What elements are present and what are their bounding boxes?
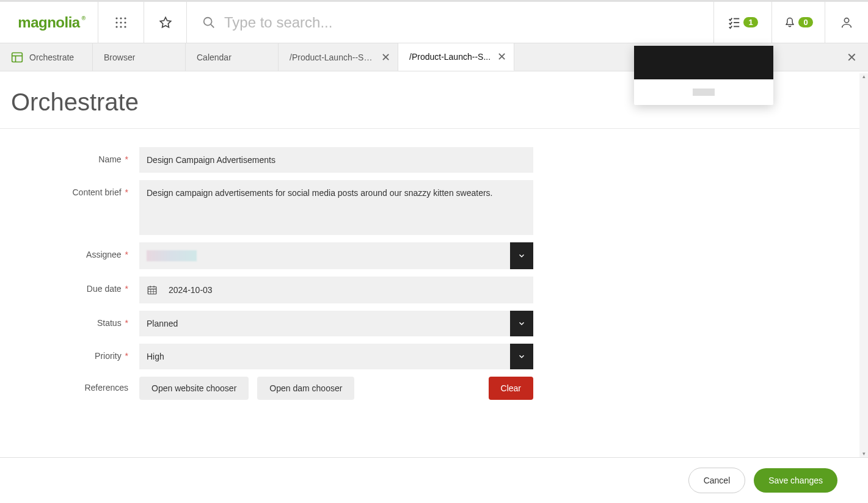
close-all-icon[interactable]: ✕	[847, 50, 857, 65]
tasks-button[interactable]: 1	[714, 2, 772, 43]
row-priority: Priority * High	[0, 344, 868, 369]
label-assignee: Assignee *	[0, 242, 139, 259]
due-date-value: 2024-10-03	[169, 285, 213, 295]
svg-point-3	[115, 21, 117, 23]
search-input[interactable]	[224, 14, 713, 31]
user-menu-button[interactable]	[825, 2, 868, 43]
tab-calendar[interactable]: Calendar	[186, 43, 279, 71]
favorites-button[interactable]	[144, 2, 187, 43]
footer-actions: Cancel Save changes	[0, 457, 868, 503]
label-due-date: Due date *	[0, 277, 139, 294]
chevron-down-icon	[517, 352, 526, 361]
star-icon	[159, 16, 172, 29]
priority-value: High	[147, 352, 164, 361]
label-name: Name *	[0, 147, 139, 164]
assignee-chip	[147, 250, 197, 261]
label-status: Status *	[0, 311, 139, 328]
svg-point-8	[124, 26, 126, 27]
scroll-up-icon: ▴	[859, 73, 868, 80]
svg-point-1	[120, 17, 122, 19]
svg-point-0	[115, 17, 117, 19]
close-icon[interactable]: ✕	[497, 50, 506, 63]
svg-point-2	[124, 17, 126, 19]
tab-label: /Product-Launch--S...	[409, 52, 491, 62]
close-icon[interactable]: ✕	[381, 51, 390, 64]
svg-point-4	[120, 21, 122, 23]
status-value: Planned	[147, 319, 178, 328]
priority-dropdown-button[interactable]	[510, 344, 533, 369]
popup-body	[634, 79, 773, 105]
chevron-down-icon	[517, 319, 526, 328]
assignee-dropdown-button[interactable]	[510, 242, 533, 269]
notification-popup[interactable]	[634, 46, 773, 105]
main-content: Orchestrate Name * Content brief * Desig…	[0, 71, 868, 457]
clear-button[interactable]: Clear	[489, 377, 533, 400]
scroll-down-icon: ▾	[859, 451, 868, 457]
popup-placeholder	[693, 89, 715, 96]
svg-rect-15	[12, 52, 23, 62]
outer-scrollbar[interactable]: ▴ ▾	[859, 73, 868, 457]
row-assignee: Assignee *	[0, 242, 868, 269]
tab-label: Calendar	[197, 52, 232, 62]
save-button[interactable]: Save changes	[754, 468, 837, 493]
svg-line-10	[211, 24, 214, 27]
name-field[interactable]	[139, 147, 533, 173]
tab-orchestrate[interactable]: Orchestrate	[0, 43, 93, 71]
form: Name * Content brief * Design campaign a…	[0, 128, 868, 400]
tab-browser[interactable]: Browser	[93, 43, 186, 71]
label-priority: Priority *	[0, 344, 139, 361]
bell-icon	[784, 16, 796, 29]
calendar-icon	[147, 284, 158, 295]
logo: magnolia	[18, 14, 79, 31]
status-dropdown-button[interactable]	[510, 311, 533, 336]
label-references: References	[0, 377, 139, 393]
label-content-brief: Content brief *	[0, 180, 139, 197]
assignee-field[interactable]	[139, 242, 510, 269]
svg-point-9	[204, 17, 212, 25]
notifications-button[interactable]: 0	[772, 2, 825, 43]
app-icon	[11, 51, 23, 63]
svg-point-14	[844, 18, 848, 22]
tasks-icon	[728, 16, 741, 29]
tasks-badge: 1	[743, 17, 757, 27]
priority-field[interactable]: High	[139, 344, 510, 369]
open-website-chooser-button[interactable]: Open website chooser	[139, 377, 249, 400]
content-brief-field[interactable]: Design campaign advertisements for socia…	[139, 180, 533, 235]
notifications-badge: 0	[798, 17, 812, 27]
popup-header	[634, 46, 773, 79]
status-field[interactable]: Planned	[139, 311, 510, 336]
grid-icon	[115, 16, 127, 29]
row-status: Status * Planned	[0, 311, 868, 336]
row-due-date: Due date * 2024-10-03	[0, 277, 868, 303]
row-content-brief: Content brief * Design campaign advertis…	[0, 180, 868, 235]
row-references: References Open website chooser Open dam…	[0, 377, 868, 400]
due-date-field[interactable]: 2024-10-03	[139, 277, 533, 303]
row-name: Name *	[0, 147, 868, 173]
svg-rect-18	[148, 287, 156, 294]
tab-label: /Product-Launch--Sn...	[290, 52, 375, 62]
cancel-button[interactable]: Cancel	[688, 468, 746, 493]
search-cell	[187, 2, 714, 43]
tab-product-launch-2[interactable]: /Product-Launch--S... ✕	[398, 43, 514, 71]
chevron-down-icon	[517, 252, 526, 260]
logo-cell[interactable]: magnolia	[0, 2, 98, 43]
tab-label: Browser	[104, 52, 135, 62]
apps-launcher-button[interactable]	[98, 2, 144, 43]
svg-point-6	[115, 26, 117, 27]
tab-label: Orchestrate	[29, 52, 74, 62]
svg-point-7	[120, 26, 122, 27]
search-icon	[202, 16, 216, 29]
app-header: magnolia 1 0	[0, 2, 868, 43]
tab-product-launch-1[interactable]: /Product-Launch--Sn... ✕	[279, 43, 398, 71]
user-icon	[840, 16, 853, 29]
svg-point-5	[124, 21, 126, 23]
open-dam-chooser-button[interactable]: Open dam chooser	[257, 377, 354, 400]
